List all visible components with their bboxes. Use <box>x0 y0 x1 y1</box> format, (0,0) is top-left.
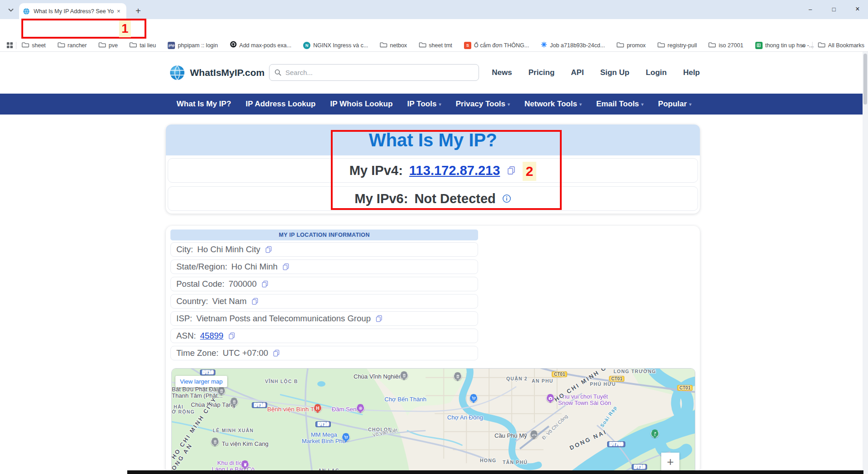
folder-icon <box>130 41 137 50</box>
bookmark-label: rancher <box>68 42 87 49</box>
bookmark-job-a718b93b-24cd[interactable]: Job a718b93b-24cd... <box>541 41 605 50</box>
location-value[interactable]: 45899 <box>200 331 223 341</box>
chevron-down-icon: ▾ <box>439 102 441 107</box>
map-label-ct01: CT01 <box>677 385 693 391</box>
window-minimize-button[interactable]: – <box>800 0 821 18</box>
site-logo[interactable]: WhatIsMyIP.com <box>169 65 264 81</box>
bookmark-registry-pull[interactable]: registry-pull <box>658 41 697 50</box>
header-link-login[interactable]: Login <box>646 68 667 77</box>
header-link-api[interactable]: API <box>571 68 584 77</box>
copy-icon[interactable] <box>272 349 280 357</box>
map-marker-temple-icon[interactable] <box>454 372 462 380</box>
map-label-ph-h-u: PHÚ HỮU <box>590 381 616 387</box>
nav-item-popular[interactable]: Popular▾ <box>658 100 691 109</box>
header-link-sign-up[interactable]: Sign Up <box>600 68 629 77</box>
webpage: WhatIsMyIP.com NewsPricingAPISign UpLogi… <box>0 52 868 474</box>
window-close-button[interactable]: × <box>847 0 868 18</box>
map-label-dt769: DT769 <box>607 441 625 447</box>
nav-item-ip-tools[interactable]: IP Tools▾ <box>407 100 441 109</box>
nav-item-label: Network Tools <box>524 100 577 109</box>
nav-item-network-tools[interactable]: Network Tools▾ <box>524 100 582 109</box>
annotation-number-2: 2 <box>523 162 536 181</box>
map-marker-cart-icon[interactable] <box>469 394 478 402</box>
copy-icon[interactable] <box>375 314 383 323</box>
bookmark-sheet-tmt[interactable]: sheet tmt <box>419 41 452 50</box>
bookmark-label: iso 27001 <box>718 42 743 49</box>
nav-item-email-tools[interactable]: Email Tools▾ <box>596 100 644 109</box>
header-link-pricing[interactable]: Pricing <box>529 68 555 77</box>
map-label-c-u-ph-m: Cầu Phú Mỹ <box>494 432 527 439</box>
copy-icon[interactable] <box>251 297 259 305</box>
copy-icon[interactable] <box>282 263 290 271</box>
bookmark-label: sheet <box>32 42 46 49</box>
map-marker-cart-icon[interactable] <box>342 433 350 441</box>
bookmark-c-m-n-th-ng[interactable]: SỔ cắm đơn THÔNG... <box>464 42 529 49</box>
header-link-help[interactable]: Help <box>683 68 700 77</box>
bookmark-pve[interactable]: pve <box>99 41 118 50</box>
nav-item-label: IP Whois Lookup <box>330 100 393 109</box>
google-map-embed[interactable]: DT10DT10DT10CT01CT01CT01DT769DT19VĨNH LỘ… <box>171 368 695 474</box>
map-label-m-sen: Đầm Sen <box>332 406 356 413</box>
nav-item-what-is-my-ip[interactable]: What Is My IP? <box>177 100 231 109</box>
site-search[interactable] <box>269 64 479 81</box>
location-label: ASN: <box>176 331 196 341</box>
screen: What Is My IP Address? See Yo × + – □ × … <box>0 0 868 474</box>
map-marker-hospital-icon[interactable]: H <box>314 404 322 412</box>
bookmark-netbox[interactable]: netbox <box>380 41 407 50</box>
map-marker-temple-icon[interactable] <box>400 371 408 379</box>
new-tab-button[interactable]: + <box>132 5 145 17</box>
nav-item-label: What Is My IP? <box>177 100 231 109</box>
sheets-icon <box>755 42 763 49</box>
location-header: MY IP LOCATION INFORMATION <box>279 232 370 238</box>
all-bookmarks-button[interactable]: All Bookmarks <box>818 41 864 50</box>
map-marker-golf-icon[interactable] <box>651 429 659 438</box>
view-larger-map-button[interactable]: View larger map <box>175 376 227 387</box>
location-label: State/Region: <box>176 262 227 272</box>
nav-item-ip-address-lookup[interactable]: IP Address Lookup <box>246 100 316 109</box>
map-marker-temple-icon[interactable] <box>217 387 225 395</box>
map-marker-temple-icon[interactable] <box>211 438 219 446</box>
nav-item-ip-whois-lookup[interactable]: IP Whois Lookup <box>330 100 393 109</box>
bookmark-label: Add max-pods exa... <box>239 42 292 49</box>
map-marker-bridge-icon[interactable] <box>530 430 538 439</box>
browser-tab[interactable]: What Is My IP Address? See Yo × <box>19 3 126 19</box>
map-label-market-b-nh-ph: Market Bình Phú <box>302 438 346 444</box>
header-link-news[interactable]: News <box>492 68 512 77</box>
scrollbar-thumb[interactable] <box>863 54 867 105</box>
folder-icon <box>58 41 65 50</box>
bookmark-tai-lieu[interactable]: tai lieu <box>130 41 156 50</box>
map-marker-temple-icon[interactable] <box>230 398 238 406</box>
map-label-an-phu: AN PHU <box>532 378 553 384</box>
map-label-mm-mega: MM Mega <box>311 431 337 438</box>
tab-strip: What Is My IP Address? See Yo × + – □ × <box>0 0 868 19</box>
bookmark-iso-27001[interactable]: iso 27001 <box>708 41 743 50</box>
bookmark-nginx-ingress-v-c[interactable]: NNGINX Ingress và c... <box>303 42 368 49</box>
location-value: Viet Nam <box>212 296 247 306</box>
bookmark-add-max-pods-exa[interactable]: Add max-pods exa... <box>230 41 292 50</box>
apps-grid-icon[interactable] <box>6 42 13 49</box>
nav-item-privacy-tools[interactable]: Privacy Tools▾ <box>456 100 510 109</box>
tab-close-button[interactable]: × <box>115 7 123 15</box>
page-scrollbar[interactable] <box>863 52 868 474</box>
map-label-l-minh-xu-n: LÊ MINH XUÂN <box>213 428 254 433</box>
whatismyip-favicon-globe-icon <box>23 8 30 15</box>
shopee-icon: S <box>464 42 471 49</box>
bookmark-label: NGINX Ingress và c... <box>313 42 368 49</box>
copy-icon[interactable] <box>228 332 236 340</box>
map-marker-rook-icon[interactable] <box>241 460 249 469</box>
copy-icon[interactable] <box>264 245 273 254</box>
window-maximize-button[interactable]: □ <box>823 0 844 18</box>
folder-icon <box>658 41 665 50</box>
map-zoom-in-button[interactable]: + <box>661 453 679 471</box>
header-links: NewsPricingAPISign UpLoginHelp <box>492 52 700 94</box>
bookmark-phpipam-login[interactable]: phpphpipam :: login <box>168 42 218 49</box>
bookmark-rancher[interactable]: rancher <box>58 41 87 50</box>
map-marker-ferris-icon[interactable] <box>356 404 364 412</box>
bookmarks-right: » All Bookmarks <box>801 39 864 52</box>
bookmarks-overflow-chevron[interactable]: » <box>801 42 805 49</box>
bookmark-sheet[interactable]: sheet <box>22 41 46 50</box>
bookmark-promox[interactable]: promox <box>617 41 646 50</box>
tab-search-button[interactable] <box>5 4 17 16</box>
copy-icon[interactable] <box>261 280 269 288</box>
search-input[interactable] <box>285 69 458 76</box>
